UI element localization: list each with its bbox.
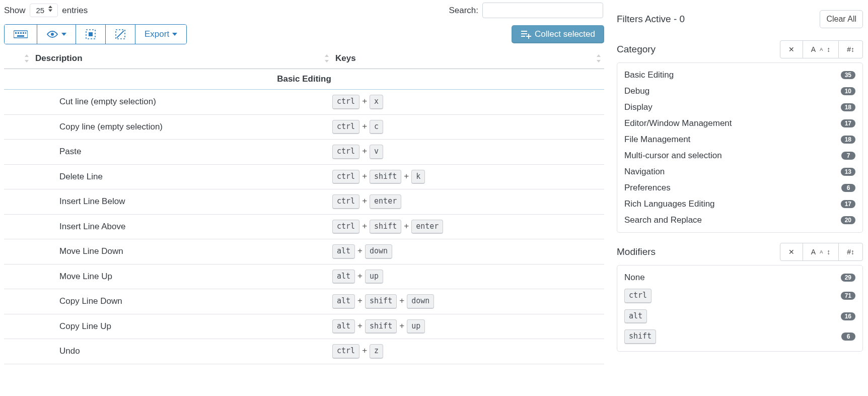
deselect-all-icon [115, 29, 126, 40]
count-badge: 17 [841, 119, 855, 127]
key-alt: alt [332, 294, 355, 309]
sort-alpha-button[interactable]: AA↕ [803, 243, 839, 260]
collect-selected-button[interactable]: Collect selected [512, 25, 604, 43]
deselect-all-button[interactable] [106, 25, 135, 44]
description-cell: Copy Line Up [32, 314, 332, 339]
count-badge: 17 [841, 200, 855, 208]
modifier-filter-item[interactable]: None29 [624, 270, 855, 286]
table-row[interactable]: Move Line Downalt+down [4, 239, 604, 265]
entries-select[interactable]: 25 [30, 4, 58, 17]
key-up: up [407, 319, 425, 334]
show-label-pre: Show [4, 6, 26, 16]
key-z: z [370, 344, 383, 359]
sort-alpha-button[interactable]: AA↕ [803, 41, 839, 58]
modifier-filter-item[interactable]: shift6 [624, 326, 855, 347]
description-cell: Insert Line Above [32, 214, 332, 239]
clear-all-button[interactable]: Clear All [820, 10, 863, 28]
table-row[interactable]: Delete Linectrl+shift+k [4, 164, 604, 189]
sort-count-button[interactable]: #↕ [839, 243, 862, 260]
modifiers-title: Modifiers [617, 246, 656, 257]
category-filter-item[interactable]: Preferences6 [624, 180, 855, 196]
playlist-add-icon [521, 30, 532, 39]
svg-rect-6 [17, 35, 24, 37]
category-filter-item[interactable]: Debug10 [624, 83, 855, 99]
key-shift: shift [365, 319, 397, 334]
svg-rect-4 [23, 32, 24, 34]
modifiers-panel: None29ctrl71alt16shift6 [617, 265, 863, 352]
key-v: v [370, 145, 383, 159]
description-cell: Move Line Down [32, 239, 332, 265]
table-row[interactable]: Copy line (empty selection)ctrl+c [4, 114, 604, 140]
description-cell: Insert Line Below [32, 189, 332, 215]
search-input[interactable] [482, 3, 603, 18]
category-filter-item[interactable]: Rich Languages Editing17 [624, 196, 855, 212]
table-row[interactable]: Insert Line Abovectrl+shift+enter [4, 214, 604, 239]
export-button[interactable]: Export [135, 25, 186, 44]
visibility-button[interactable] [37, 25, 76, 44]
svg-rect-5 [25, 32, 26, 34]
category-filter-item[interactable]: File Management18 [624, 131, 855, 148]
sort-count-button[interactable]: #↕ [839, 41, 862, 58]
keys-cell: alt+down [332, 239, 604, 265]
modifier-filter-item[interactable]: alt16 [624, 306, 855, 327]
table-row[interactable]: Pastectrl+v [4, 140, 604, 165]
sort-numeric-icon: #↕ [843, 246, 858, 258]
category-filter-item[interactable]: Display18 [624, 99, 855, 115]
checkbox-column-header[interactable] [4, 48, 32, 69]
category-filter-item[interactable]: Multi-cursor and selection7 [624, 148, 855, 164]
table-row[interactable]: Insert Line Belowctrl+enter [4, 189, 604, 215]
modifiers-sort-group: ✕ AA↕ #↕ [780, 243, 863, 261]
toolbar-group: Export [4, 24, 187, 44]
description-cell: Cut line (empty selection) [32, 90, 332, 115]
sort-icon [324, 54, 329, 62]
category-title: Category [617, 44, 656, 55]
table-row[interactable]: Move Line Upalt+up [4, 264, 604, 289]
key-c: c [370, 120, 383, 135]
select-all-icon [85, 29, 96, 40]
table-row[interactable]: Cut line (empty selection)ctrl+x [4, 90, 604, 115]
keys-cell: ctrl+shift+enter [332, 214, 604, 239]
description-column-header[interactable]: Description [32, 48, 332, 69]
key-ctrl: ctrl [332, 170, 359, 184]
sort-icon [596, 54, 601, 62]
clear-modifiers-button[interactable]: ✕ [780, 243, 803, 260]
count-badge: 18 [841, 136, 855, 144]
key-down: down [365, 244, 392, 259]
keys-cell: alt+shift+down [332, 289, 604, 314]
count-badge: 6 [841, 184, 855, 192]
count-badge: 71 [841, 292, 855, 300]
sort-alpha-icon: AA↕ [807, 43, 834, 56]
search-label: Search: [449, 6, 478, 16]
category-filter-item[interactable]: Basic Editing35 [624, 67, 855, 83]
key-x: x [370, 95, 383, 109]
keyboard-icon [14, 30, 28, 39]
select-all-button[interactable] [76, 25, 106, 44]
key-ctrl: ctrl [332, 194, 359, 209]
category-filter-item[interactable]: Search and Replace20 [624, 212, 855, 228]
modifier-filter-item[interactable]: ctrl71 [624, 286, 855, 306]
count-badge: 18 [841, 103, 855, 111]
key-alt: alt [332, 244, 355, 259]
key-ctrl: ctrl [332, 120, 359, 135]
category-filter-item[interactable]: Navigation13 [624, 164, 855, 180]
count-badge: 13 [841, 168, 855, 176]
count-badge: 10 [841, 87, 855, 95]
keyboard-button[interactable] [5, 25, 37, 44]
caret-down-icon [61, 33, 66, 36]
key-ctrl: ctrl [332, 145, 359, 159]
eye-icon [46, 30, 58, 38]
key-down: down [407, 294, 434, 309]
close-icon: ✕ [784, 246, 799, 258]
count-badge: 35 [841, 71, 855, 79]
keys-column-header[interactable]: Keys [332, 48, 604, 69]
group-header-row: Basic Editing [4, 69, 604, 90]
table-row[interactable]: Copy Line Downalt+shift+down [4, 289, 604, 314]
category-filter-item[interactable]: Editor/Window Management17 [624, 115, 855, 131]
description-cell: Copy line (empty selection) [32, 114, 332, 140]
shortcuts-table: Description Keys Basic Editing Cut line … [4, 48, 604, 364]
key-ctrl: ctrl [332, 344, 359, 359]
description-cell: Undo [32, 339, 332, 364]
table-row[interactable]: Copy Line Upalt+shift+up [4, 314, 604, 339]
clear-category-button[interactable]: ✕ [780, 41, 803, 58]
table-row[interactable]: Undoctrl+z [4, 339, 604, 364]
